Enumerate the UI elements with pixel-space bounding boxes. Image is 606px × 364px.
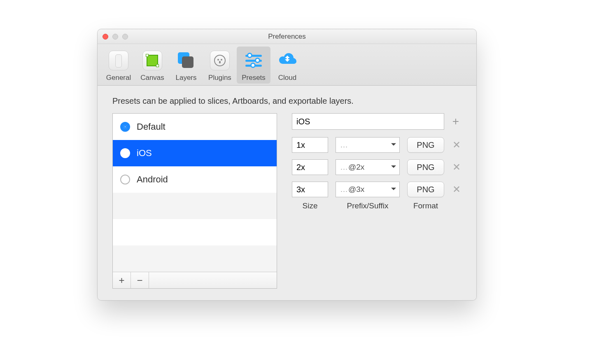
size-input[interactable] [292, 159, 328, 175]
remove-row-button[interactable]: ✕ [452, 184, 461, 195]
export-row: …PNG✕ [292, 137, 461, 153]
preset-radio[interactable] [120, 148, 130, 158]
format-button[interactable]: PNG [407, 137, 444, 153]
column-labels: Size Prefix/Suffix Format [292, 201, 461, 210]
add-export-row-button[interactable]: + [450, 116, 461, 127]
suffix-placeholder: … [340, 140, 348, 149]
traffic-lights [103, 29, 128, 44]
preset-row [113, 245, 277, 272]
preferences-window: Preferences General Canvas Layers Plugin… [97, 29, 477, 301]
suffix-placeholder: … [340, 185, 348, 194]
close-window-button[interactable] [103, 34, 108, 40]
preferences-toolbar: General Canvas Layers Plugins [98, 44, 476, 86]
tab-layers-label: Layers [175, 74, 196, 82]
tab-cloud[interactable]: Cloud [270, 47, 304, 84]
size-input[interactable] [292, 182, 328, 197]
suffix-value: @3x [348, 185, 364, 194]
preset-label: iOS [137, 148, 152, 159]
preset-radio[interactable] [120, 175, 130, 184]
presets-pane: Presets can be applied to slices, Artboa… [98, 86, 476, 300]
suffix-select[interactable]: … @2x [336, 159, 400, 175]
preset-label: Android [137, 174, 168, 185]
add-preset-button[interactable]: + [113, 272, 131, 288]
suffix-select[interactable]: … [336, 137, 400, 153]
zoom-window-button[interactable] [122, 34, 128, 40]
plugins-icon [208, 49, 231, 72]
window-title: Preferences [268, 33, 306, 41]
format-button[interactable]: PNG [407, 159, 444, 175]
titlebar: Preferences [98, 29, 476, 44]
canvas-icon [141, 49, 164, 72]
remove-preset-button[interactable]: − [131, 272, 149, 288]
layers-icon [175, 49, 198, 72]
tab-plugins[interactable]: Plugins [203, 47, 237, 84]
presets-icon [242, 49, 265, 72]
export-row: … @3xPNG✕ [292, 182, 461, 197]
remove-row-button[interactable]: ✕ [452, 161, 461, 173]
pane-description: Presets can be applied to slices, Artboa… [112, 96, 461, 106]
suffix-column-label: Prefix/Suffix [336, 201, 400, 210]
size-column-label: Size [292, 201, 328, 210]
tab-general[interactable]: General [102, 47, 135, 84]
remove-row-button[interactable]: ✕ [452, 139, 461, 151]
preset-row [113, 219, 277, 245]
export-row: … @2xPNG✕ [292, 159, 461, 175]
tab-presets-label: Presets [242, 74, 266, 82]
suffix-placeholder: … [340, 163, 348, 172]
preset-name-input[interactable] [292, 113, 444, 130]
minimize-window-button[interactable] [112, 34, 118, 40]
preset-radio[interactable] [120, 122, 130, 132]
format-column-label: Format [407, 201, 444, 210]
preset-row[interactable]: iOS [113, 140, 277, 166]
suffix-value: @2x [348, 163, 364, 172]
tab-cloud-label: Cloud [278, 74, 296, 82]
format-button[interactable]: PNG [407, 182, 444, 197]
preset-details: + …PNG✕… @2xPNG✕… @3xPNG✕ Size Prefix/Su… [292, 113, 461, 289]
general-icon [107, 49, 130, 72]
preset-list: DefaultiOSAndroid + − [112, 113, 277, 289]
preset-row[interactable]: Android [113, 166, 277, 193]
tab-canvas-label: Canvas [140, 74, 164, 82]
preset-list-footer: + − [113, 272, 277, 288]
preset-row[interactable]: Default [113, 114, 277, 140]
tab-layers[interactable]: Layers [169, 47, 203, 84]
tab-plugins-label: Plugins [208, 74, 231, 82]
tab-canvas[interactable]: Canvas [135, 47, 169, 84]
suffix-select[interactable]: … @3x [336, 182, 400, 197]
preset-row [113, 193, 277, 219]
cloud-icon [276, 49, 299, 72]
size-input[interactable] [292, 137, 328, 153]
tab-general-label: General [106, 74, 131, 82]
tab-presets[interactable]: Presets [237, 47, 270, 84]
preset-label: Default [137, 121, 165, 132]
